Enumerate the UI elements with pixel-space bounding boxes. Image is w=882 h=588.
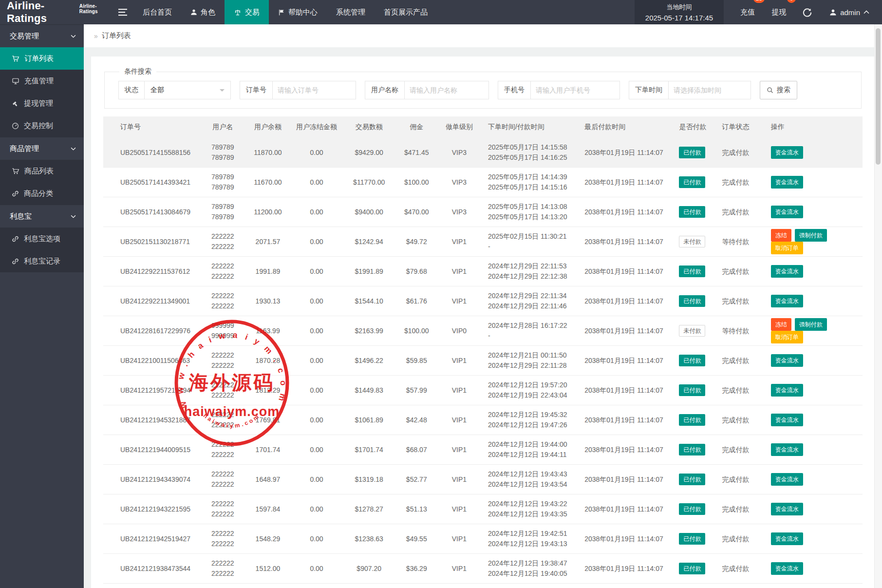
flow-action-button[interactable]: 资金流水 [771,473,803,486]
cell-actions: 冻结强制付款取消订单 [765,316,863,346]
cell-frozen: 0.00 [291,435,342,465]
nav-item-label: 角色 [201,8,215,17]
freeze-action-button[interactable]: 冻结 [771,229,791,242]
cell-pay-status: 已付款 [673,197,716,227]
cell-level: VIP1 [437,227,481,257]
cell-order-id: UB2505171414393421 [103,168,201,197]
cell-level: VIP1 [437,494,481,524]
cell-actions: 资金流水 [765,494,863,524]
sidebar-item-3[interactable]: 提现管理 [0,92,84,114]
column-header-3: 用户冻结金额 [291,116,342,138]
column-header-4: 交易数额 [342,116,396,138]
cancel-action-button[interactable]: 取消订单 [771,331,803,343]
nav-item-3[interactable]: 帮助中心 [269,0,327,24]
cell-pay-status: 已付款 [673,376,716,405]
nav-item-4[interactable]: 系统管理 [327,0,375,24]
order-filter-group: 订单号 [240,81,356,99]
column-header-8: 最后付款时间 [578,116,673,138]
sidebar-item-label: 提现管理 [24,99,53,108]
sidebar-item-4[interactable]: 交易控制 [0,114,84,137]
table-row: UB24122922115376122222222222221991.890.0… [103,257,863,286]
flow-action-button[interactable]: 资金流水 [771,176,803,189]
withdraw-button[interactable]: 提现 0 [771,0,786,24]
sidebar-item-9[interactable]: 利息宝选项 [0,228,84,250]
force-action-button[interactable]: 强制付款 [795,318,827,331]
force-action-button[interactable]: 强制付款 [795,229,827,242]
nav-item-5[interactable]: 首页展示产品 [375,0,437,24]
hamburger-icon[interactable] [112,0,133,24]
flow-action-button[interactable]: 资金流水 [771,384,803,397]
flow-action-button[interactable]: 资金流水 [771,414,803,426]
sidebar-group-5[interactable]: 商品管理 [0,137,84,160]
cell-order-status: 等待付款 [716,316,765,346]
nav-item-1[interactable]: 角色 [181,0,225,24]
flow-action-button[interactable]: 资金流水 [771,503,803,515]
order-time-input[interactable] [669,81,751,99]
flow-action-button[interactable]: 资金流水 [771,146,803,159]
app-logo-text: Airline-Ratings [7,0,77,25]
cancel-action-button[interactable]: 取消订单 [771,242,803,254]
cell-order-status: 完成付款 [716,197,765,227]
column-header-2: 用户余额 [244,116,291,138]
user-menu[interactable]: admin [829,0,869,24]
column-header-5: 佣金 [396,116,437,138]
freeze-action-button[interactable]: 冻结 [771,318,791,331]
phone-input[interactable] [531,81,619,99]
cell-order-status: 完成付款 [716,584,765,588]
status-select[interactable]: 全部 [145,81,230,99]
nav-item-2[interactable]: 交易 [225,0,269,24]
cell-pay-status: 已付款 [673,465,716,494]
column-header-11: 操作 [765,116,863,138]
sidebar-item-6[interactable]: 商品列表 [0,160,84,182]
breadcrumb-arrow: » [94,32,98,40]
sidebar-item-7[interactable]: 商品分类 [0,182,84,205]
nav-item-0[interactable]: 后台首页 [133,0,181,24]
search-button[interactable]: 搜索 [760,81,797,99]
cell-amount: $1242.94 [342,227,396,257]
sidebar-item-10[interactable]: 利息宝记录 [0,250,84,272]
cell-commission: $49.55 [396,524,437,554]
cell-frozen: 0.00 [291,494,342,524]
unpaid-badge: 未付款 [679,325,705,337]
cell-order-status: 完成付款 [716,257,765,286]
cell-pay-status: 已付款 [673,554,716,584]
order-no-label: 订单号 [240,81,273,99]
cell-order-status: 完成付款 [716,524,765,554]
flow-action-button[interactable]: 资金流水 [771,265,803,278]
flow-action-button[interactable]: 资金流水 [771,532,803,545]
cell-balance: 1163.99 [244,316,291,346]
table-row: UB24121219432215952222222222221597.840.0… [103,494,863,524]
sidebar-group-0[interactable]: 交易管理 [0,24,84,47]
cell-order-pay-time: 2024年12月12日 19:57:202024年12月19日 22:43:04 [481,376,578,405]
refresh-icon[interactable] [803,0,812,24]
paid-badge: 已付款 [679,266,705,277]
scrollbar-thumb[interactable] [876,28,881,165]
nav-spacer [437,0,635,24]
cell-pay-status: 已付款 [673,435,716,465]
window-scrollbar[interactable] [874,24,882,588]
sidebar-item-2[interactable]: 充值管理 [0,70,84,92]
order-no-input[interactable] [273,81,356,99]
user-name-input[interactable] [405,81,488,99]
cell-amount: $1544.10 [342,286,396,316]
flow-action-button[interactable]: 资金流水 [771,443,803,456]
cell-order-status: 完成付款 [716,168,765,197]
cell-order-id: UB2412121944009515 [103,435,201,465]
flow-action-button[interactable]: 资金流水 [771,354,803,367]
flow-action-button[interactable]: 资金流水 [771,562,803,575]
cell-pay-status: 已付款 [673,168,716,197]
cell-frozen: 0.00 [291,316,342,346]
status-selected-value: 全部 [150,86,164,95]
cell-order-id: UB2502151130218771 [103,227,201,257]
column-header-0: 订单号 [103,116,201,138]
sidebar-group-8[interactable]: 利息宝 [0,205,84,228]
local-time-block: 当地时间 2025-05-17 14:17:45 [635,0,724,24]
flow-action-button[interactable]: 资金流水 [771,206,803,218]
chevron-down-icon [71,215,76,218]
cell-balance: 1701.74 [244,435,291,465]
sidebar-item-1[interactable]: 订单列表 [0,47,84,70]
flow-action-button[interactable]: 资金流水 [771,295,803,307]
orders-table: 订单号用户名用户余额用户冻结金额交易数额佣金做单级别下单时间/付款时间最后付款时… [103,116,863,588]
recharge-button[interactable]: 充值 23 [740,0,755,24]
cell-actions: 资金流水 [765,138,863,168]
